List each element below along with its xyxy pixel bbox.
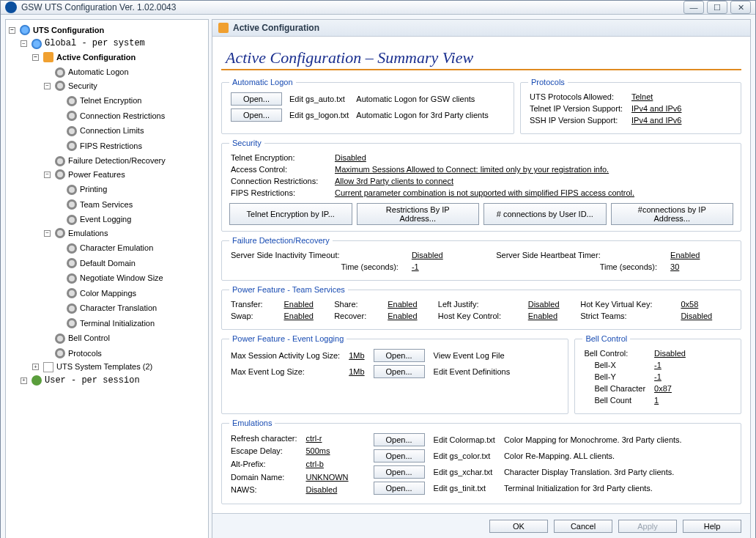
tree-protocols[interactable]: Protocols bbox=[44, 347, 102, 360]
help-button[interactable]: Help bbox=[683, 520, 741, 533]
tree-color-mappings[interactable]: Color Mappings bbox=[56, 287, 136, 300]
cancel-button[interactable]: Cancel bbox=[554, 520, 612, 533]
tree-character-translation[interactable]: Character Translation bbox=[56, 302, 157, 314]
tree-connection-limits[interactable]: Connection Limits bbox=[56, 125, 144, 137]
open-eventlog-button[interactable]: Open... bbox=[374, 349, 425, 362]
open-gscolor-button[interactable]: Open... bbox=[374, 449, 425, 463]
domain-name-label: Domain Name: bbox=[231, 472, 304, 484]
tree-negotiate-window-size[interactable]: Negotiate Window Size bbox=[56, 272, 163, 284]
expand-icon[interactable]: + bbox=[21, 377, 27, 384]
tree-failure-detection[interactable]: Failure Detection/Recovery bbox=[44, 155, 166, 167]
tree-root[interactable]: − UTS Configuration bbox=[9, 24, 104, 37]
expand-icon[interactable]: + bbox=[32, 364, 39, 370]
collapse-icon[interactable]: − bbox=[44, 172, 51, 178]
heartbeat-value[interactable]: Enabled bbox=[670, 251, 732, 261]
legend-event: Power Feature - Event Logging bbox=[229, 334, 346, 343]
strictteams-value[interactable]: Disabled bbox=[681, 312, 732, 322]
recover-value[interactable]: Enabled bbox=[388, 312, 437, 322]
open-colormap-button[interactable]: Open... bbox=[374, 433, 425, 446]
tree-printing[interactable]: Printing bbox=[56, 183, 107, 196]
tree-user[interactable]: +User - per session bbox=[21, 375, 140, 387]
open-logon-txt-button[interactable]: Open... bbox=[231, 108, 282, 122]
group-protocols: Protocols UTS Protocols Allowed:Telnet T… bbox=[520, 78, 741, 134]
tree-bell-control[interactable]: Bell Control bbox=[44, 332, 110, 344]
swap-value[interactable]: Enabled bbox=[284, 312, 333, 322]
conn-rest-value[interactable]: Allow 3rd Party clients to connect bbox=[335, 177, 642, 187]
collapse-icon[interactable]: − bbox=[9, 27, 15, 34]
collapse-icon[interactable]: − bbox=[44, 83, 51, 89]
tree-security[interactable]: −Security bbox=[44, 80, 97, 92]
tree-event-logging[interactable]: Event Logging bbox=[56, 213, 131, 226]
close-button[interactable]: ✕ bbox=[730, 1, 751, 14]
tree-auto-logon[interactable]: Automatic Logon bbox=[44, 66, 129, 78]
tree-telnet-encryption[interactable]: Telnet Encryption bbox=[56, 95, 141, 107]
open-auto-txt-button[interactable]: Open... bbox=[231, 92, 282, 106]
edit-gstinit-label: Edit gs_tinit.txt bbox=[434, 482, 503, 496]
view-eventlog-label: View Event Log File bbox=[434, 349, 518, 364]
tree-terminal-initialization[interactable]: Terminal Initialization bbox=[56, 317, 155, 330]
event-log-size-value[interactable]: 1Mb bbox=[349, 365, 371, 380]
minimize-button[interactable]: — bbox=[683, 1, 704, 14]
apply-button[interactable]: Apply bbox=[618, 520, 677, 533]
hotkey-value[interactable]: 0x58 bbox=[681, 300, 732, 310]
inactivity-timeout-label: Server Side Inactivity Timeout: bbox=[231, 251, 410, 261]
bellcount-value[interactable]: 1 bbox=[654, 396, 693, 406]
titlebar[interactable]: GSW UTS Configuration Ver. 1.02.0043 — ☐… bbox=[1, 1, 755, 15]
main-header: Active Configuration bbox=[212, 20, 750, 37]
ok-button[interactable]: OK bbox=[489, 520, 548, 533]
maximize-button[interactable]: ☐ bbox=[707, 1, 727, 14]
domain-name-value[interactable]: UNKNOWN bbox=[305, 472, 355, 484]
bellctrl-value[interactable]: Disabled bbox=[654, 349, 693, 359]
legend-security: Security bbox=[229, 139, 264, 147]
share-value[interactable]: Enabled bbox=[388, 300, 437, 310]
open-eventdef-button[interactable]: Open... bbox=[374, 365, 425, 378]
alt-prefix-label: Alt-Prefix: bbox=[231, 459, 304, 471]
proto-allowed-value[interactable]: Telnet bbox=[631, 92, 689, 103]
bellx-value[interactable]: -1 bbox=[654, 361, 693, 371]
nav-tree[interactable]: − UTS Configuration − Global - per syste… bbox=[5, 19, 209, 538]
refresh-char-value[interactable]: ctrl-r bbox=[305, 433, 355, 445]
collapse-icon[interactable]: − bbox=[21, 40, 27, 47]
tree-character-emulation[interactable]: Character Emulation bbox=[56, 242, 153, 254]
tree-connection-restrictions[interactable]: Connection Restrictions bbox=[56, 110, 165, 122]
telnet-enc-value[interactable]: Disabled bbox=[335, 153, 642, 163]
naws-value[interactable]: Disabled bbox=[305, 484, 355, 496]
fips-rest-value[interactable]: Current parameter combination is not sup… bbox=[335, 188, 642, 199]
telnet-ipver-value[interactable]: IPv4 and IPv6 bbox=[631, 104, 689, 114]
session-log-size-label: Max Session Activity Log Size: bbox=[231, 349, 347, 364]
swap-label: Swap: bbox=[231, 312, 283, 322]
escape-delay-value[interactable]: 500ms bbox=[305, 446, 355, 458]
collapse-icon[interactable]: − bbox=[32, 54, 39, 61]
inactivity-time-value[interactable]: -1 bbox=[412, 262, 476, 273]
heartbeat-time-value[interactable]: 30 bbox=[670, 262, 732, 273]
recover-label: Recover: bbox=[334, 312, 386, 322]
conn-by-userid-button[interactable]: # connections by User ID... bbox=[483, 203, 607, 225]
tree-power-features[interactable]: −Power Features bbox=[44, 169, 125, 181]
tree-global[interactable]: − Global - per system bbox=[21, 37, 145, 50]
tree-emulations[interactable]: −Emulations bbox=[44, 227, 108, 240]
hostkey-value[interactable]: Enabled bbox=[528, 312, 579, 322]
session-log-size-value[interactable]: 1Mb bbox=[349, 349, 371, 364]
inactivity-timeout-value[interactable]: Disabled bbox=[412, 251, 476, 261]
bellchar-value[interactable]: 0x87 bbox=[654, 384, 693, 394]
tree-active-config[interactable]: − Active Configuration bbox=[32, 51, 136, 64]
tree-team-services[interactable]: Team Services bbox=[56, 199, 133, 211]
tree-fips-restrictions[interactable]: FIPS Restrictions bbox=[56, 140, 142, 152]
open-gstinit-button[interactable]: Open... bbox=[374, 482, 425, 495]
gear-icon bbox=[55, 334, 65, 344]
rest-by-ip-button[interactable]: Restrictions By IP Address... bbox=[357, 203, 480, 225]
tree-default-domain[interactable]: Default Domain bbox=[56, 257, 136, 270]
conn-by-ip-button[interactable]: #connections by IP Address... bbox=[611, 203, 734, 225]
open-gsxchar-button[interactable]: Open... bbox=[374, 465, 425, 479]
ssh-ipver-value[interactable]: IPv4 and IPv6 bbox=[631, 116, 689, 126]
leftjustify-value[interactable]: Disabled bbox=[528, 300, 579, 310]
belly-value[interactable]: -1 bbox=[654, 372, 693, 383]
collapse-icon[interactable]: − bbox=[44, 230, 51, 237]
gear-icon bbox=[67, 243, 77, 254]
access-ctrl-value[interactable]: Maximum Sessions Allowed to Connect: lim… bbox=[335, 165, 642, 175]
alt-prefix-value[interactable]: ctrl-b bbox=[305, 459, 355, 471]
tree-templates[interactable]: +UTS System Templates (2) bbox=[32, 361, 152, 373]
telnet-enc-by-ip-button[interactable]: Telnet Encryption by IP... bbox=[229, 203, 352, 225]
transfer-value[interactable]: Enabled bbox=[284, 300, 333, 310]
globe-icon bbox=[20, 25, 30, 35]
